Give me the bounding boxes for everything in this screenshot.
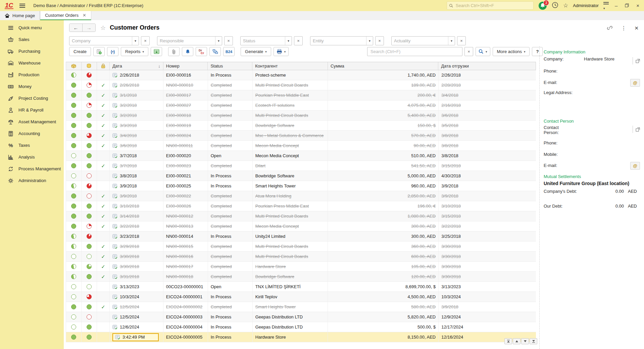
responsible-filter-combo[interactable]: Responsible▾ bbox=[157, 36, 222, 45]
table-row[interactable]: 3/13/202300CO23-00000001OpenTNX LİMİTED … bbox=[66, 282, 536, 292]
send-email-button[interactable]: @ bbox=[630, 79, 640, 87]
table-row[interactable]: 3/7/2018EI00-000020OpenMecon Media Conce… bbox=[66, 151, 536, 161]
table-row[interactable]: ✓3/31/2018NN00-000018CompletedBowbridge … bbox=[66, 272, 536, 282]
clear-search-button[interactable]: × bbox=[464, 47, 473, 56]
table-row[interactable]: 2/26/2018EI00-000016In ProcessProtect-sc… bbox=[66, 70, 536, 80]
reminders-button[interactable] bbox=[182, 47, 193, 56]
company-filter-combo[interactable]: Company▾ bbox=[69, 36, 139, 45]
create-new-copy-button[interactable] bbox=[93, 47, 105, 56]
go-to-first-button[interactable] bbox=[504, 338, 512, 344]
open-contact-icon[interactable] bbox=[633, 126, 640, 133]
sidebar-item-process-management[interactable]: Process Management bbox=[0, 163, 64, 175]
table-row[interactable]: 12/5/2024EICO24-00000003In ProcessGeepas… bbox=[66, 312, 536, 322]
clear-status-filter-button[interactable]: × bbox=[294, 36, 303, 45]
table-row[interactable]: ✓3/14/2018NN00-000012CompletedMulti Prin… bbox=[66, 211, 536, 221]
dropdown-arrow-icon[interactable]: ▾ bbox=[448, 37, 455, 45]
table-row[interactable]: ✓12/5/2024EICO24-00000002CompletedSmart … bbox=[66, 302, 536, 312]
tab-home-page[interactable]: Home page bbox=[0, 11, 40, 20]
table-row[interactable]: 3:42:49 PMEICO24-00000005In ProcessHardw… bbox=[66, 332, 536, 342]
column-header-number[interactable]: Номер bbox=[163, 62, 208, 70]
table-row[interactable]: ✓3/1/2018EI00-000017CompletedPourkian Pr… bbox=[66, 90, 536, 100]
sidebar-item-taxes[interactable]: %Taxes bbox=[0, 139, 64, 151]
table-row[interactable]: ✓3/3/2018EI00-000019CompletedBowbridge S… bbox=[66, 121, 536, 131]
close-window-button[interactable]: × bbox=[635, 3, 641, 8]
sidebar-item-asset-management[interactable]: Asset Management bbox=[0, 116, 64, 128]
main-menu-icon[interactable] bbox=[19, 3, 25, 9]
service-menu-icon[interactable]: ▾ bbox=[603, 1, 609, 10]
entity-filter-combo[interactable]: Entity▾ bbox=[310, 36, 373, 45]
sidebar-item-production[interactable]: Production bbox=[0, 69, 64, 81]
sidebar-item-money[interactable]: Money bbox=[0, 81, 64, 92]
report-table-button[interactable] bbox=[151, 47, 162, 56]
history-icon[interactable] bbox=[552, 2, 558, 9]
dropdown-arrow-icon[interactable]: ▾ bbox=[366, 37, 373, 45]
column-header-payment[interactable] bbox=[82, 62, 97, 70]
favorites-star-icon[interactable]: ☆ bbox=[563, 3, 568, 8]
actuality-filter-combo[interactable]: Actuality▾ bbox=[391, 36, 455, 45]
sidebar-item-project-costing[interactable]: Project Costing bbox=[0, 92, 64, 104]
table-row[interactable]: ✓3/6/2018NN00-000011CompletedMecon Media… bbox=[66, 141, 536, 151]
favorite-page-star-icon[interactable]: ☆ bbox=[100, 24, 106, 32]
date-editor-field[interactable]: 3:42:49 PM bbox=[112, 333, 159, 341]
column-header-shipment[interactable] bbox=[66, 62, 82, 70]
reports-button[interactable]: Reports▾ bbox=[121, 47, 148, 56]
document-structure-button[interactable] bbox=[209, 47, 221, 56]
sidebar-item-analysis[interactable]: Analysis bbox=[0, 151, 64, 163]
clear-responsible-filter-button[interactable]: × bbox=[224, 36, 233, 45]
sidebar-item-administration[interactable]: Administration bbox=[0, 175, 64, 186]
table-row[interactable]: ✓3/22/2018NN00-000013CompletedMecon Medi… bbox=[66, 221, 536, 231]
attachments-button[interactable] bbox=[168, 47, 180, 56]
go-to-last-button[interactable] bbox=[530, 338, 537, 344]
link-icon[interactable] bbox=[607, 25, 613, 31]
next-page-button[interactable] bbox=[521, 338, 529, 344]
table-row[interactable]: ✓3/9/2018EI00-000022CompletedAtua Mora H… bbox=[66, 191, 536, 201]
generate-button[interactable]: Generate▾ bbox=[241, 47, 271, 56]
column-header-lock[interactable] bbox=[97, 62, 110, 70]
global-search-box[interactable] bbox=[447, 1, 534, 10]
table-row[interactable]: ✓3/4/2018EI00-000024CompletedMsc - Metal… bbox=[66, 131, 536, 141]
sidebar-item-hr-payroll[interactable]: HR & Payroll bbox=[0, 104, 64, 116]
global-search-input[interactable] bbox=[455, 3, 531, 8]
column-header-status[interactable]: Status bbox=[208, 62, 252, 70]
back-button[interactable]: ← bbox=[69, 24, 83, 32]
table-row[interactable]: 3/23/2018NN00-000014In ProcessUnity24 Li… bbox=[66, 231, 536, 242]
table-row[interactable]: ✓3/30/2018NN00-000016CompletedMulti Prin… bbox=[66, 252, 536, 262]
table-row[interactable]: ✓3/30/2018NN00-000017CompletedHardware S… bbox=[66, 262, 536, 272]
search-options-button[interactable]: ▾ bbox=[476, 47, 490, 56]
table-row[interactable]: ✓3/29/2018NN00-000015CompletedMulti Prin… bbox=[66, 242, 536, 252]
dropdown-arrow-icon[interactable]: ▾ bbox=[132, 37, 139, 45]
send-contact-email-button[interactable]: @ bbox=[630, 162, 640, 170]
table-row[interactable]: ✓3/10/2018EI00-000026CompletedPourkian P… bbox=[66, 201, 536, 211]
clear-actuality-filter-button[interactable]: × bbox=[457, 36, 466, 45]
close-form-icon[interactable]: ✕ bbox=[634, 25, 639, 31]
sidebar-item-sales[interactable]: Sales bbox=[0, 34, 64, 45]
more-actions-button[interactable]: More actions▾ bbox=[493, 47, 530, 56]
table-row[interactable]: 12/6/2024EICO24-00000004In ProcessGeepas… bbox=[66, 322, 536, 332]
sidebar-item-quick-menu[interactable]: Quick menu bbox=[0, 22, 64, 34]
table-row[interactable]: ✓3/2/2018EI00-000027CompletedEcotech IT … bbox=[66, 100, 536, 111]
status-filter-combo[interactable]: Status▾ bbox=[240, 36, 292, 45]
table-row[interactable]: 10/3/2024EICO24-00000001In ProcessKirill… bbox=[66, 292, 536, 302]
create-button[interactable]: Create bbox=[69, 47, 91, 56]
sidebar-item-purchasing[interactable]: Purchasing bbox=[0, 45, 64, 57]
dropdown-arrow-icon[interactable]: ▾ bbox=[215, 37, 222, 45]
set-interval-button[interactable]: (•) bbox=[107, 47, 118, 56]
minimize-button[interactable]: – bbox=[613, 3, 619, 8]
table-row[interactable]: 3/9/2018EI00-000025In ProcessSmart Heigh… bbox=[66, 181, 536, 191]
close-tab-icon[interactable]: ✕ bbox=[83, 13, 86, 18]
column-header-date[interactable]: Дата ↓ bbox=[110, 62, 163, 70]
table-row[interactable]: ✓2/26/2018NN00-000010CompletedMulti Prin… bbox=[66, 80, 536, 90]
dropdown-arrow-icon[interactable]: ▾ bbox=[285, 37, 292, 45]
sidebar-item-warehouse[interactable]: Warehouse bbox=[0, 57, 64, 69]
notifications-bell-icon[interactable]: 3 bbox=[538, 1, 547, 10]
forward-button[interactable]: → bbox=[83, 24, 95, 32]
table-row[interactable]: ✓3/7/2018EI00-000023CompletedDilart541.5… bbox=[66, 161, 536, 171]
column-header-shipdate[interactable]: Дата отгрузки bbox=[438, 62, 536, 70]
bitrix24-button[interactable]: B24 bbox=[223, 47, 235, 56]
more-menu-icon[interactable]: ⋮ bbox=[621, 25, 626, 31]
clear-entity-filter-button[interactable]: × bbox=[375, 36, 384, 45]
list-search-input[interactable] bbox=[370, 49, 460, 54]
column-header-amount[interactable]: Сумма bbox=[328, 62, 439, 70]
column-header-contragent[interactable]: Контрагент bbox=[252, 62, 328, 70]
tab-customer-orders[interactable]: Customer Orders ✕ bbox=[40, 11, 91, 20]
